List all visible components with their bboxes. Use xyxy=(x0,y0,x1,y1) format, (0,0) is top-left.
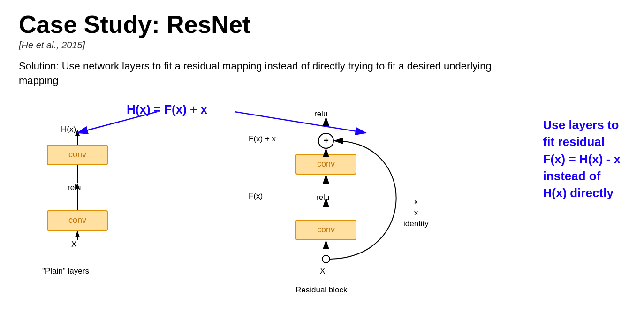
solution-text: Solution: Use network layers to fit a re… xyxy=(19,59,511,88)
fx-label: F(x) xyxy=(249,191,263,201)
res-arrows-svg xyxy=(295,107,446,304)
diagrams-area: H(x) = F(x) + x H(x) conv relu conv X "P… xyxy=(19,98,625,299)
fxplusx-label: F(x) + x xyxy=(249,134,276,144)
side-note: Use layers to fit residual F(x) = H(x) -… xyxy=(543,116,621,202)
svg-line-11 xyxy=(77,112,157,133)
citation: [He et al., 2015] xyxy=(19,40,625,51)
page-title: Case Study: ResNet xyxy=(19,11,625,38)
page: Case Study: ResNet [He et al., 2015] Sol… xyxy=(0,0,644,311)
